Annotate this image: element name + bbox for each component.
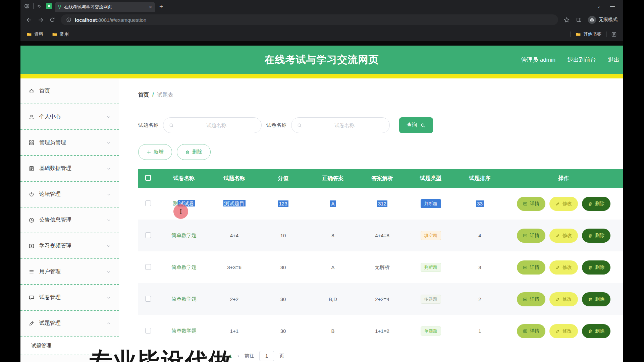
reload-icon[interactable] [49,17,55,23]
sidebar-item[interactable]: 个人中心 [20,104,119,130]
question-filter-label: 试题名称 [138,122,158,128]
speaker-icon[interactable] [37,3,43,9]
incognito-icon [588,16,596,24]
row-checkbox[interactable] [145,232,151,238]
incognito-label: 无痕模式 [599,17,618,23]
row-checkbox[interactable] [145,200,151,206]
sidebar-item-label: 基础数据管理 [39,165,71,172]
other-bookmarks-button[interactable]: 其他书签 [576,31,601,37]
edit-button[interactable]: 修改 [549,229,578,243]
sidebar-item[interactable]: 论坛管理 [20,182,119,207]
delete-button[interactable]: 删除 [582,292,610,306]
delete-selected-button[interactable]: 删除 [177,144,211,160]
detail-button[interactable]: 详情 [517,292,545,306]
row-checkbox[interactable] [145,328,151,334]
detail-button[interactable]: 详情 [517,197,545,211]
header-right: 管理员 admin 退出到前台 退出 [521,56,623,64]
bookmark-folder[interactable]: 资料 [26,31,43,37]
cell-score: 30 [259,283,308,315]
sidebar-item[interactable]: 用户管理 [20,259,119,285]
url-path: :8081/#/examquestion [97,17,147,23]
cell-type: 填空题 [406,220,455,251]
tab-search-icon[interactable]: ⌄ [597,3,601,9]
logout-front-button[interactable]: 退出到前台 [568,56,596,64]
question-search-input[interactable] [177,122,256,128]
side-panel-icon[interactable] [576,17,582,23]
goto-label: 前往 [245,353,254,359]
paper-search-field[interactable] [291,117,390,133]
chat-icon [29,295,35,301]
sidebar-item-label: 试卷管理 [39,294,61,301]
sidebar-item[interactable]: 公告信息管理 [20,207,119,233]
sidebar-item-label: 论坛管理 [39,191,61,198]
cell-answer: A [308,251,358,283]
sidebar-item[interactable]: 学习视频管理 [20,233,119,259]
cell-analysis: 4+4=8 [358,220,406,251]
row-checkbox[interactable] [145,264,151,270]
edit-button[interactable]: 修改 [549,292,578,306]
site-info-icon[interactable] [66,17,71,22]
row-actions: 详情修改删除 [504,260,623,275]
detail-button[interactable]: 详情 [517,324,545,338]
paper-filter-label: 试卷名称 [266,122,286,128]
type-tag: 多选题 [421,295,441,304]
minimize-icon[interactable]: — [610,3,615,9]
column-header: 试题名称 [210,169,259,188]
detail-button[interactable]: 详情 [517,260,545,275]
paper-search-input[interactable] [305,122,384,128]
bookmark-folder[interactable]: 常用 [52,31,69,37]
question-search-field[interactable] [163,117,262,133]
cell-order: 3 [455,251,504,283]
cell-score: 30 [259,251,308,283]
browser-logo-icon[interactable] [24,3,30,9]
type-tag: 填空题 [421,231,441,240]
search-icon [420,123,426,128]
search-button[interactable]: 查询 [399,117,433,133]
next-page-icon[interactable]: › [237,353,239,359]
sidebar-item[interactable]: 首页 [20,78,119,104]
tab-title: 在线考试与学习交流网页 [64,4,146,10]
sidebar-item[interactable]: 管理员管理 [20,130,119,156]
edit-button[interactable]: 修改 [549,260,578,275]
delete-button[interactable]: 删除 [582,197,610,211]
cell-question: 3+3=6 [210,251,259,283]
sidebar-item[interactable]: 试卷管理 [20,285,119,311]
edit-button[interactable]: 修改 [549,324,578,338]
page-top-gap [20,41,623,46]
add-button[interactable]: 新增 [138,144,172,160]
delete-button[interactable]: 删除 [582,260,610,275]
edit-button[interactable]: 修改 [549,197,578,211]
logout-button[interactable]: 退出 [608,56,620,64]
bookmark-star-icon[interactable] [564,17,570,23]
new-tab-button[interactable]: + [159,3,163,10]
column-header: 试题排序 [455,169,504,188]
forward-icon[interactable] [38,17,44,23]
detail-button[interactable]: 详情 [517,229,545,243]
browser-window: V 在线考试与学习交流网页 × + ⌄ — [20,0,623,362]
select-all-checkbox[interactable] [145,175,151,181]
watermark-text: 专业毕设代做 [90,346,232,362]
url-box[interactable]: localhost:8081/#/examquestion [61,14,558,25]
pagination: ‹ 1 › 前往 页 [222,351,623,361]
sidebar-item[interactable]: 基础数据管理 [20,156,119,182]
reading-list-icon[interactable] [611,32,617,37]
column-header: 试题类型 [406,169,455,188]
edit-icon [555,297,560,302]
breadcrumb-home[interactable]: 首页 [138,92,149,99]
video-icon [29,243,35,249]
row-checkbox[interactable] [145,296,151,302]
browser-tab-active[interactable]: V 在线考试与学习交流网页 × [55,2,155,12]
filter-bar: 试题名称 试卷名称 查询 [138,117,623,133]
goto-page-input[interactable] [259,351,274,361]
cell-type: 单选题 [406,315,455,347]
extension-icon[interactable] [46,3,52,9]
admin-user-label[interactable]: 管理员 admin [521,56,555,64]
delete-button[interactable]: 删除 [582,324,610,338]
tab-close-icon[interactable]: × [149,4,152,10]
url-text[interactable]: localhost:8081/#/examquestion [75,17,146,23]
back-icon[interactable] [26,17,32,23]
delete-button[interactable]: 删除 [582,229,610,243]
cell-type: 多选题 [406,283,455,315]
sidebar-item[interactable]: 试题管理 [20,311,119,337]
row-actions: 详情修改删除 [504,324,623,338]
